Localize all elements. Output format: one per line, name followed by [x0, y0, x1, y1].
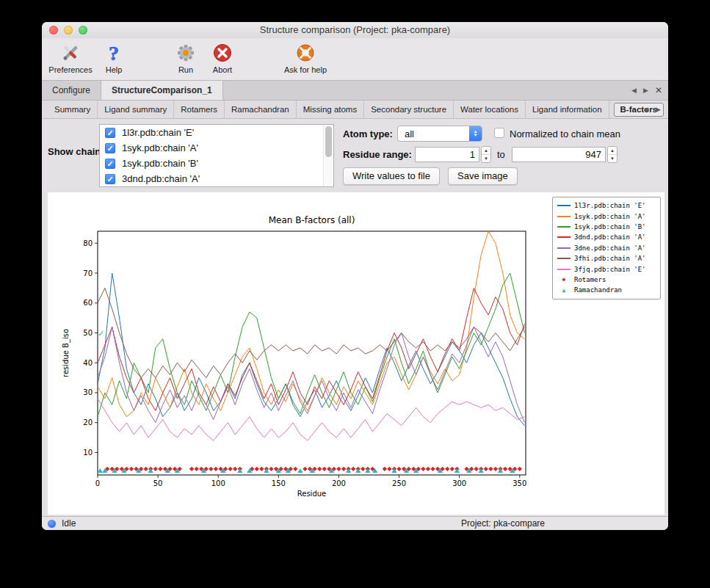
preferences-button[interactable]: Preferences	[47, 42, 94, 74]
chain-label: 3dnd.pdb:chain 'A'	[122, 173, 200, 184]
write-values-button[interactable]: Write values to file	[343, 167, 440, 185]
tab-summary[interactable]: Summary	[48, 101, 98, 118]
tab-missing-atoms[interactable]: Missing atoms	[297, 101, 364, 118]
svg-text:300: 300	[452, 479, 466, 487]
atom-type-value: all	[398, 128, 469, 139]
ask-for-help-button[interactable]: Ask for help	[275, 42, 336, 74]
legend-item: 1syk.pdb:chain 'A'	[557, 211, 656, 221]
lifebuoy-icon	[294, 42, 316, 65]
svg-text:80: 80	[83, 239, 93, 247]
chart-section: 0501001502002503003501020304050607080Mea…	[42, 191, 668, 516]
atom-type-label: Atom type:	[343, 128, 393, 139]
legend-item: 3dnd.pdb:chain 'A'	[557, 232, 656, 242]
list-item[interactable]: ✓ 3dnd.pdb:chain 'A'	[100, 171, 333, 186]
minimize-window-button[interactable]	[64, 26, 73, 35]
plot-legend: 1l3r.pdb:chain 'E' 1syk.pdb:chain 'A' 1s…	[552, 197, 661, 300]
tab-scroll-left-icon[interactable]: ◀	[631, 87, 637, 94]
tab-ligand-information[interactable]: Ligand information	[526, 101, 609, 118]
legend-item: 3dne.pdb:chain 'A'	[557, 243, 656, 253]
list-item[interactable]: ✓ 1syk.pdb:chain 'B'	[100, 156, 333, 171]
tab-scroll-right-icon[interactable]: ▶	[643, 87, 648, 94]
tab-rotamers[interactable]: Rotamers	[174, 101, 225, 118]
residue-from-input[interactable]: 1	[415, 147, 479, 162]
bfactor-plot: 0501001502002503003501020304050607080Mea…	[48, 192, 664, 515]
tab-structurecomparison-1[interactable]: StructureComparison_1	[101, 81, 223, 100]
tab-ramachandran[interactable]: Ramachandran	[225, 101, 297, 118]
toolbar-item-label: Ask for help	[284, 65, 327, 74]
svg-text:50: 50	[153, 479, 163, 487]
gear-icon	[175, 42, 197, 65]
svg-text:residue B_iso: residue B_iso	[62, 329, 70, 377]
svg-text:20: 20	[83, 418, 93, 427]
svg-text:250: 250	[392, 479, 406, 487]
svg-text:?: ?	[109, 42, 119, 64]
normalized-label: Normalized to chain mean	[510, 128, 620, 139]
svg-text:Mean B-factors (all): Mean B-factors (all)	[269, 215, 355, 225]
chain-label: 1l3r.pdb:chain 'E'	[122, 127, 194, 138]
abort-button[interactable]: Abort	[206, 42, 239, 74]
run-button[interactable]: Run	[170, 42, 201, 74]
chain-list[interactable]: ✓ 1l3r.pdb:chain 'E' ✓ 1syk.pdb:chain 'A…	[99, 124, 334, 187]
tab-ligand-summary[interactable]: Ligand summary	[98, 101, 174, 118]
chain-checkbox[interactable]: ✓	[105, 143, 115, 153]
residue-range-label: Residue range:	[343, 149, 412, 160]
svg-text:0: 0	[95, 479, 100, 487]
help-button[interactable]: ? Help	[98, 42, 129, 74]
chain-label: 1syk.pdb:chain 'B'	[122, 158, 198, 169]
svg-text:50: 50	[83, 329, 93, 337]
tab-configure[interactable]: Configure	[42, 81, 101, 100]
svg-text:70: 70	[83, 269, 93, 277]
report-tab-scroll-left-icon[interactable]: ◀	[643, 106, 648, 113]
svg-text:40: 40	[83, 359, 93, 367]
normalized-checkbox[interactable]	[494, 128, 504, 138]
toolbar-item-label: Preferences	[48, 65, 92, 74]
svg-text:350: 350	[512, 479, 526, 487]
legend-item: 3fhi.pdb:chain 'A'	[557, 253, 656, 264]
toolbar: Preferences ? Help Run Abort	[42, 38, 668, 81]
chain-list-scrollbar[interactable]	[323, 125, 333, 186]
svg-text:150: 150	[272, 479, 286, 487]
tools-icon	[59, 42, 81, 65]
legend-item: ▲ Ramachandran	[557, 285, 656, 295]
list-item[interactable]: ✓ 1l3r.pdb:chain 'E'	[100, 125, 333, 140]
residue-to-stepper[interactable]: ▲▼	[607, 146, 617, 163]
status-project: Project: pka-compare	[461, 518, 545, 529]
scrollbar-thumb[interactable]	[325, 126, 332, 157]
svg-text:200: 200	[332, 479, 346, 487]
task-tab-bar: Configure StructureComparison_1 ◀ ▶ ✕	[42, 81, 668, 101]
status-text: Idle	[62, 518, 76, 529]
legend-item: ◆ Rotamers	[557, 275, 656, 285]
close-window-button[interactable]	[49, 26, 58, 35]
svg-text:10: 10	[83, 449, 93, 457]
chevron-up-down-icon: ▲▼	[469, 126, 482, 141]
toolbar-item-label: Run	[178, 65, 193, 74]
title-bar[interactable]: Structure comparison (Project: pka-compa…	[42, 22, 668, 38]
chain-checkbox[interactable]: ✓	[105, 159, 115, 169]
svg-text:Residue: Residue	[297, 490, 326, 498]
chain-checkbox[interactable]: ✓	[105, 128, 115, 138]
abort-icon	[211, 42, 233, 65]
app-window: Structure comparison (Project: pka-compa…	[42, 22, 668, 530]
report-tab-scroll-right-icon[interactable]: ▶	[656, 106, 661, 113]
zoom-window-button[interactable]	[79, 26, 87, 35]
atom-type-select[interactable]: all ▲▼	[397, 126, 482, 142]
svg-text:60: 60	[83, 299, 93, 307]
svg-text:30: 30	[83, 388, 93, 396]
tab-water-locations[interactable]: Water locations	[454, 101, 526, 118]
list-item[interactable]: ✓ 1syk.pdb:chain 'A'	[100, 140, 333, 156]
legend-item: 3fjq.pdb:chain 'E'	[557, 264, 656, 274]
toolbar-item-label: Abort	[213, 65, 232, 74]
tab-secondary-structure[interactable]: Secondary structure	[364, 101, 454, 118]
controls-panel: Show chains: ✓ 1l3r.pdb:chain 'E' ✓ 1syk…	[42, 119, 668, 191]
report-tab-bar: Summary Ligand summary Rotamers Ramachan…	[42, 101, 668, 119]
help-icon: ?	[103, 42, 125, 65]
residue-from-stepper[interactable]: ▲▼	[481, 146, 491, 163]
to-label: to	[497, 149, 505, 160]
legend-item: 1syk.pdb:chain 'B'	[557, 222, 656, 232]
residue-to-input[interactable]: 947	[512, 147, 606, 162]
status-bar: Idle Project: pka-compare	[42, 516, 668, 530]
tab-close-icon[interactable]: ✕	[655, 85, 662, 95]
chain-checkbox[interactable]: ✓	[105, 174, 115, 184]
legend-item: 1l3r.pdb:chain 'E'	[557, 200, 656, 211]
save-image-button[interactable]: Save image	[448, 167, 518, 185]
